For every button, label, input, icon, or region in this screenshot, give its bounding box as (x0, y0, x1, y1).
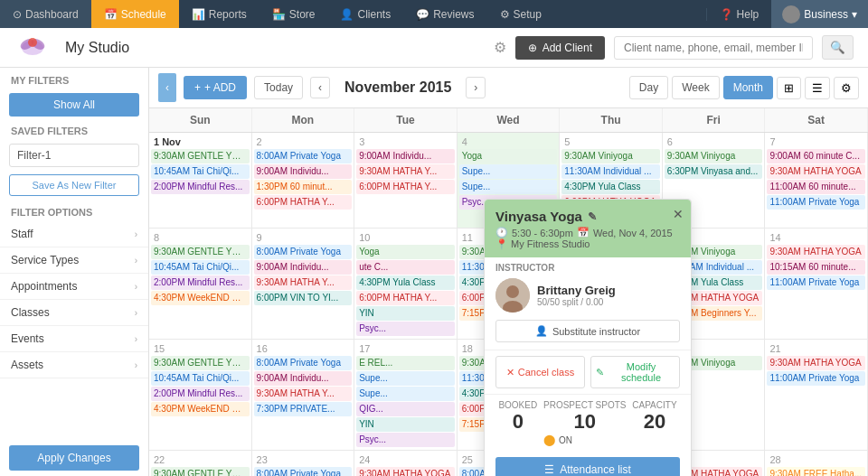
sidebar-item-appointments[interactable]: Appointments › (0, 274, 148, 300)
event[interactable]: 6:30PM Vinyasa and... (665, 164, 763, 179)
event[interactable]: 9:30AM HATHA YOGA (356, 467, 455, 476)
event[interactable]: 2:00PM Mindful Res... (151, 387, 250, 401)
next-month-button[interactable]: › (466, 77, 486, 98)
gear-button[interactable]: ⚙ (494, 39, 506, 56)
event[interactable]: 11:00AM Private Yoga (767, 275, 865, 290)
event[interactable]: Supe... (459, 180, 558, 194)
event[interactable]: 9:00AM 60 minute C... (767, 149, 865, 163)
event[interactable]: 11:00AM Private Yoga (767, 371, 865, 386)
add-event-button[interactable]: + + ADD (184, 76, 247, 99)
event[interactable]: 9:00AM Individu... (254, 260, 353, 275)
event[interactable]: 9:30AM FREE Hatha... (767, 467, 865, 476)
event[interactable]: 9:30AM GENTLE YO... (151, 149, 250, 163)
event[interactable]: 11:00AM 60 minute... (767, 180, 865, 194)
event[interactable]: 8:00AM Private Yoga (254, 245, 353, 259)
event[interactable]: 9:30AM HATHA Y... (254, 275, 353, 290)
event[interactable]: YIN (356, 417, 455, 432)
chevron-right-icon: › (135, 360, 137, 370)
popup-close-button[interactable]: ✕ (673, 207, 684, 221)
event[interactable]: QIG... (356, 402, 455, 416)
event[interactable]: Supe... (356, 371, 455, 386)
event[interactable]: 6:00PM HATHA Y... (356, 291, 455, 305)
add-client-button[interactable]: ⊕ Add Client (515, 36, 605, 60)
business-button[interactable]: Business ▾ (771, 0, 868, 28)
store-nav[interactable]: 🏪 Store (259, 0, 328, 28)
filter-name-input[interactable] (9, 144, 139, 167)
dashboard-nav[interactable]: ⊙ Dashboard (0, 0, 91, 28)
event[interactable]: 9:30AM Viniyoga (665, 149, 763, 163)
event[interactable]: E REL... (356, 356, 455, 370)
sidebar-item-service-types[interactable]: Service Types › (0, 247, 148, 274)
event[interactable]: 9:30AM GENTLE YO... (151, 467, 250, 476)
show-all-button[interactable]: Show All (9, 93, 139, 117)
sidebar-item-staff[interactable]: Staff › (0, 221, 148, 247)
event[interactable]: Yoga (459, 149, 558, 163)
event[interactable]: 10:45AM Tai Chi/Qi... (151, 164, 250, 179)
event[interactable]: Psyc... (356, 433, 455, 447)
event[interactable]: 1:30PM 60 minut... (254, 180, 353, 194)
save-filter-button[interactable]: Save As New Filter (9, 174, 139, 196)
event[interactable]: 9:30AM HATHA Y... (254, 387, 353, 401)
event[interactable]: 9:30AM HATHA Y... (356, 164, 455, 179)
event[interactable]: 9:30AM HATHA YOGA (767, 245, 865, 259)
event[interactable]: 11:30AM Individual ... (561, 164, 660, 179)
month-view-button[interactable]: Month (723, 76, 773, 99)
event[interactable]: 8:00AM Private Yoga (254, 467, 353, 476)
list-view-button[interactable]: ☰ (805, 77, 830, 99)
schedule-nav[interactable]: 📅 Schedule (91, 0, 179, 28)
grid-view-button[interactable]: ⊞ (777, 77, 801, 99)
event[interactable]: 10:45AM Tai Chi/Qi... (151, 260, 250, 275)
event[interactable]: Psyc... (356, 322, 455, 336)
sidebar-item-assets[interactable]: Assets › (0, 352, 148, 378)
event[interactable]: 4:30PM Yula Class (356, 275, 455, 290)
event[interactable]: 9:00AM Individu... (254, 371, 353, 386)
attendance-list-button[interactable]: ☰ Attendance list (495, 457, 680, 476)
event[interactable]: 4:30PM Yula Class (561, 180, 660, 194)
collapse-sidebar-button[interactable]: ‹ (158, 73, 176, 102)
event[interactable]: 9:30AM HATHA YOGA (767, 164, 865, 179)
reports-nav[interactable]: 📊 Reports (179, 0, 259, 28)
event[interactable]: 9:00AM Individu... (356, 149, 455, 163)
week-view-button[interactable]: Week (672, 76, 719, 99)
help-nav[interactable]: ❓ Help (706, 8, 772, 21)
today-button[interactable]: Today (254, 76, 303, 99)
search-input[interactable] (614, 36, 813, 60)
event[interactable]: 9:00AM Individu... (254, 164, 353, 179)
event[interactable]: 8:00AM Private Yoga (254, 149, 353, 163)
sidebar-item-events[interactable]: Events › (0, 326, 148, 352)
sidebar-item-classes[interactable]: Classes › (0, 300, 148, 326)
event[interactable]: Supe... (356, 387, 455, 401)
modify-schedule-button[interactable]: ✎ Modify schedule (590, 356, 680, 388)
cancel-class-button[interactable]: ✕ Cancel class (495, 356, 585, 388)
event[interactable]: 7:30PM PRIVATE... (254, 402, 353, 416)
event[interactable]: 10:45AM Tai Chi/Qi... (151, 371, 250, 386)
calendar-settings-button[interactable]: ⚙ (834, 77, 859, 99)
substitute-instructor-button[interactable]: 👤 Substitute instructor (495, 320, 680, 342)
event[interactable]: 4:30PM WeekEND Fl... (151, 291, 250, 305)
event[interactable]: 9:30AM Viniyoga (561, 149, 660, 163)
event[interactable]: 11:00AM Private Yoga (767, 195, 865, 210)
event[interactable]: 2:00PM Mindful Res... (151, 180, 250, 194)
apply-changes-button[interactable]: Apply Changes (9, 445, 139, 471)
event[interactable]: 8:00AM Private Yoga (254, 356, 353, 370)
event[interactable]: 6:00PM HATHA Y... (356, 180, 455, 194)
event[interactable]: 6:00PM VIN TO YI... (254, 291, 353, 305)
event[interactable]: 6:00PM HATHA Y... (254, 195, 353, 210)
event[interactable]: Yoga (356, 245, 455, 259)
setup-nav[interactable]: ⚙ Setup (487, 0, 554, 28)
event[interactable]: 9:30AM HATHA YOGA (767, 356, 865, 370)
clients-nav[interactable]: 👤 Clients (327, 0, 403, 28)
event[interactable]: 4:30PM WeekEND Fl... (151, 402, 250, 416)
event[interactable]: 9:30AM GENTLE YO... (151, 356, 250, 370)
edit-icon[interactable]: ✎ (588, 210, 597, 223)
event[interactable]: 2:00PM Mindful Res... (151, 275, 250, 290)
event[interactable]: 9:30AM GENTLE YO... (151, 245, 250, 259)
reviews-nav[interactable]: 💬 Reviews (403, 0, 486, 28)
prev-month-button[interactable]: ‹ (310, 77, 330, 98)
event[interactable]: YIN (356, 306, 455, 321)
search-button[interactable]: 🔍 (822, 35, 854, 60)
event[interactable]: 10:15AM 60 minute... (767, 260, 865, 275)
event[interactable]: ute C... (356, 260, 455, 275)
day-view-button[interactable]: Day (629, 76, 668, 99)
event[interactable]: Supe... (459, 164, 558, 179)
